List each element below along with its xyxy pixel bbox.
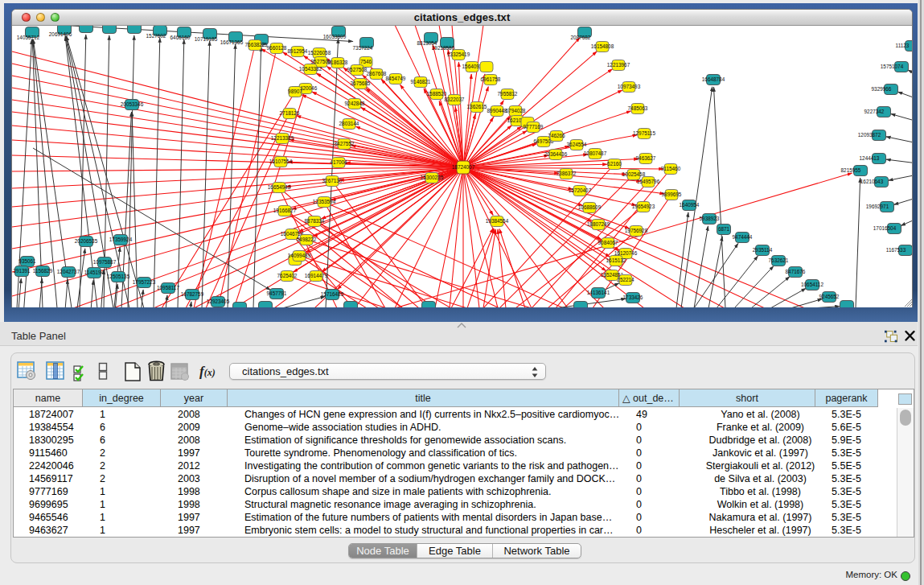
svg-text:7632621: 7632621 (769, 257, 789, 263)
svg-text:7485063: 7485063 (628, 105, 648, 111)
svg-text:1588520: 1588520 (427, 91, 447, 97)
svg-text:11123: 11123 (896, 43, 910, 48)
svg-text:2087682: 2087682 (571, 35, 591, 40)
svg-text:17016504: 17016504 (873, 225, 897, 231)
svg-text:18807249: 18807249 (587, 221, 610, 227)
svg-text:1615132: 1615132 (606, 257, 626, 263)
svg-text:9660128: 9660128 (267, 45, 287, 51)
svg-text:6794028: 6794028 (506, 108, 526, 113)
svg-text:7625402: 7625402 (277, 273, 298, 278)
svg-text:19756928: 19756928 (625, 228, 648, 233)
svg-text:10025458: 10025458 (622, 171, 646, 177)
svg-text:15226058: 15226058 (308, 50, 331, 56)
svg-text:10688609: 10688609 (578, 204, 602, 210)
svg-text:10807487: 10807487 (584, 150, 607, 156)
svg-text:5498222: 5498222 (297, 237, 317, 242)
svg-text:3267130: 3267130 (322, 178, 343, 183)
svg-text:16654948: 16654948 (268, 184, 291, 190)
svg-text:10958117: 10958117 (157, 285, 179, 290)
svg-text:19384554: 19384554 (486, 218, 509, 224)
svg-text:16210643: 16210643 (860, 179, 884, 184)
svg-text:2935114: 2935114 (753, 247, 773, 253)
svg-text:13325419: 13325419 (447, 51, 470, 57)
svg-text:1733426: 1733426 (623, 295, 643, 300)
svg-text:9227342: 9227342 (864, 109, 885, 114)
svg-text:98907: 98907 (288, 89, 302, 94)
svg-text:12093872: 12093872 (858, 132, 881, 138)
svg-text:3624554: 3624554 (567, 142, 587, 147)
svg-text:12975115: 12975115 (633, 130, 655, 136)
svg-text:12042737: 12042737 (57, 269, 80, 274)
svg-text:2867608: 2867608 (367, 71, 387, 76)
svg-text:10975887: 10975887 (93, 259, 117, 265)
svg-text:9463627: 9463627 (636, 155, 656, 161)
svg-text:19218586: 19218586 (432, 45, 455, 51)
svg-text:15495796: 15495796 (637, 179, 660, 184)
svg-text:252214: 252214 (617, 277, 634, 282)
svg-text:9777169: 9777169 (524, 124, 544, 130)
svg-text:14136141: 14136141 (587, 290, 610, 295)
svg-text:8427552: 8427552 (335, 141, 355, 146)
svg-text:7955812: 7955812 (498, 91, 518, 97)
svg-text:9115460: 9115460 (661, 166, 681, 171)
svg-text:20053346: 20053346 (121, 101, 144, 107)
svg-text:10973493: 10973493 (618, 84, 641, 89)
svg-text:9457791: 9457791 (267, 290, 287, 296)
svg-text:20691406: 20691406 (49, 31, 72, 37)
svg-text:9899695: 9899695 (662, 192, 682, 197)
svg-text:9245652: 9245652 (819, 294, 840, 299)
svg-text:6961758: 6961758 (481, 76, 501, 82)
svg-text:15751074: 15751074 (881, 64, 904, 69)
svg-text:12923405: 12923405 (207, 299, 230, 304)
svg-text:7357224: 7357224 (353, 45, 373, 51)
svg-text:5938923: 5938923 (700, 216, 720, 221)
svg-text:16914479: 16914479 (305, 273, 328, 278)
svg-text:8912954: 8912954 (288, 48, 308, 54)
svg-text:1244413: 1244413 (860, 155, 880, 161)
svg-text:17957223: 17957223 (133, 279, 156, 285)
svg-text:16033809: 16033809 (323, 34, 347, 39)
svg-text:1145194: 1145194 (84, 270, 105, 275)
svg-text:16648784: 16648784 (702, 76, 725, 82)
svg-text:12353594: 12353594 (313, 199, 336, 204)
svg-text:935061: 935061 (18, 258, 36, 264)
svg-text:9242848: 9242848 (345, 101, 365, 106)
svg-text:8878334: 8878334 (305, 218, 325, 224)
svg-text:20364436: 20364436 (544, 151, 568, 157)
svg-text:16782759: 16782759 (181, 291, 204, 297)
svg-text:6466160: 6466160 (170, 35, 191, 40)
svg-text:16154808: 16154808 (591, 43, 614, 49)
svg-text:12213967: 12213967 (607, 62, 630, 68)
svg-text:19166827: 19166827 (273, 208, 297, 213)
svg-text:20206535: 20206535 (75, 238, 98, 244)
svg-text:15300235: 15300235 (421, 175, 444, 180)
svg-text:62160: 62160 (607, 161, 622, 167)
svg-text:7663822: 7663822 (245, 42, 265, 47)
svg-text:14099489: 14099489 (288, 253, 311, 258)
svg-text:2718126: 2718126 (280, 110, 300, 116)
svg-text:12505135: 12505135 (107, 274, 130, 279)
svg-text:8454749: 8454749 (386, 76, 406, 81)
svg-text:17359924: 17359924 (109, 237, 133, 242)
svg-text:1564093: 1564093 (462, 64, 483, 69)
svg-text:391391: 391391 (13, 268, 31, 274)
svg-text:8471676: 8471676 (786, 269, 806, 274)
svg-text:7386372: 7386372 (556, 171, 577, 176)
svg-text:19692971: 19692971 (866, 204, 889, 209)
svg-text:1167533: 1167533 (886, 247, 906, 253)
svg-text:9329966: 9329966 (872, 86, 892, 92)
svg-text:18724007: 18724007 (452, 164, 475, 170)
svg-text:1640954: 1640954 (680, 202, 700, 208)
svg-text:12213389: 12213389 (271, 135, 294, 141)
svg-text:1527602: 1527602 (146, 33, 166, 39)
svg-text:1362615: 1362615 (467, 104, 487, 109)
svg-text:3675685: 3675685 (351, 80, 371, 86)
svg-text:7546: 7546 (360, 59, 372, 64)
svg-text:6871: 6871 (718, 226, 730, 232)
svg-text:8322037: 8322037 (445, 97, 465, 102)
svg-text:9474444: 9474444 (733, 234, 753, 240)
svg-text:417004: 417004 (330, 159, 347, 165)
svg-text:8990448: 8990448 (487, 108, 507, 113)
svg-text:8215955: 8215955 (841, 167, 861, 173)
svg-text:15720407: 15720407 (569, 187, 592, 193)
